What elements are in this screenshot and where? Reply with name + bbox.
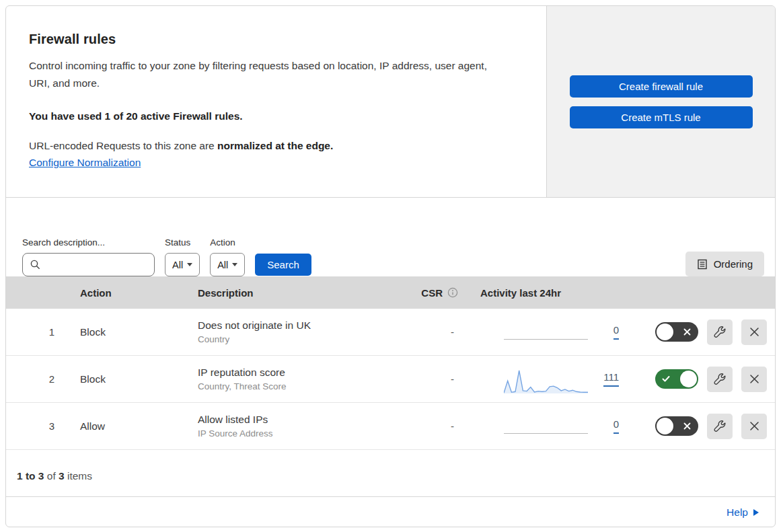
rule-enabled-toggle[interactable] xyxy=(655,416,698,436)
search-wrap xyxy=(22,253,155,276)
filter-controls: Search description... Status All Action … xyxy=(22,237,311,276)
table-row: 2 Block IP reputation score Country, Thr… xyxy=(6,356,775,403)
items-text: items xyxy=(67,470,92,482)
close-icon xyxy=(749,420,760,432)
rule-description-cell: Does not originate in UK Country xyxy=(191,319,389,344)
rule-enabled-toggle[interactable] xyxy=(655,322,698,342)
wrench-icon xyxy=(714,373,726,385)
status-label: Status xyxy=(165,237,200,248)
toggle-knob xyxy=(657,418,673,434)
close-icon xyxy=(749,326,760,338)
delete-rule-button[interactable] xyxy=(741,319,767,345)
toggle-knob xyxy=(657,324,673,340)
search-description-input[interactable] xyxy=(22,253,155,276)
rule-activity-cell: 0 xyxy=(463,309,622,355)
search-label: Search description... xyxy=(22,237,155,248)
normalization-text: URL-encoded Requests to this zone are xyxy=(29,140,217,151)
edit-rule-button[interactable] xyxy=(707,319,733,345)
activity-sparkline xyxy=(504,339,588,340)
rule-action: Block xyxy=(73,373,191,385)
rule-controls xyxy=(622,319,775,345)
wrench-icon xyxy=(714,420,726,432)
normalization-bold: normalized at the edge. xyxy=(217,140,333,151)
arrow-right-icon xyxy=(753,509,759,516)
side-panel: Create firewall rule Create mTLS rule xyxy=(547,6,775,197)
action-filter-select[interactable]: All xyxy=(210,253,245,276)
delete-rule-button[interactable] xyxy=(741,414,767,439)
rule-description: IP reputation score xyxy=(198,367,389,379)
rule-priority: 2 xyxy=(6,373,73,385)
rule-action: Allow xyxy=(73,420,191,432)
configure-normalization-link[interactable]: Configure Normalization xyxy=(29,157,141,169)
total-text: 3 xyxy=(59,470,65,482)
wrench-icon xyxy=(714,326,726,338)
rule-enabled-toggle[interactable] xyxy=(655,369,698,389)
range-text: 1 to 3 xyxy=(17,470,44,482)
status-filter-value: All xyxy=(172,260,183,270)
rule-priority: 3 xyxy=(6,420,73,432)
help-link[interactable]: Help xyxy=(727,506,759,519)
filter-bar: Search description... Status All Action … xyxy=(6,198,775,276)
action-filter-value: All xyxy=(217,260,228,270)
activity-count-link[interactable]: 0 xyxy=(613,324,619,340)
activity-count-link[interactable]: 0 xyxy=(613,418,619,434)
column-header-action: Action xyxy=(73,287,191,299)
info-icon[interactable] xyxy=(447,287,458,298)
ordering-button-label: Ordering xyxy=(714,258,753,270)
search-button[interactable]: Search xyxy=(255,254,311,276)
edit-rule-button[interactable] xyxy=(707,367,733,392)
rule-csr-value: - xyxy=(389,326,463,338)
rule-match-fields: Country, Threat Score xyxy=(198,381,389,391)
status-filter-group: Status All xyxy=(165,237,200,276)
activity-sparkline xyxy=(504,433,588,434)
table-row: 3 Allow Allow listed IPs IP Source Addre… xyxy=(6,403,775,450)
rule-csr-value: - xyxy=(389,420,463,432)
rule-description-cell: Allow listed IPs IP Source Address xyxy=(191,414,389,439)
rule-match-fields: IP Source Address xyxy=(198,428,389,439)
of-text: of xyxy=(47,470,56,482)
activity-count-link[interactable]: 111 xyxy=(603,371,619,387)
column-header-activity: Activity last 24hr xyxy=(463,287,622,299)
rule-description: Allow listed IPs xyxy=(198,414,389,426)
ordering-list-icon xyxy=(697,259,708,270)
action-label: Action xyxy=(210,237,245,248)
search-field-group: Search description... xyxy=(22,237,155,276)
normalization-note: URL-encoded Requests to this zone are no… xyxy=(29,140,519,152)
status-filter-select[interactable]: All xyxy=(165,253,200,276)
toggle-x-icon xyxy=(683,328,692,336)
rule-csr-value: - xyxy=(389,373,463,385)
usage-note: You have used 1 of 20 active Firewall ru… xyxy=(29,110,519,122)
table-row: 1 Block Does not originate in UK Country… xyxy=(6,309,775,356)
column-header-description: Description xyxy=(191,287,389,299)
toggle-knob xyxy=(680,371,697,387)
ordering-button[interactable]: Ordering xyxy=(685,252,764,276)
column-header-csr: CSR xyxy=(389,287,463,299)
csr-header-label: CSR xyxy=(421,287,443,299)
create-firewall-rule-button[interactable]: Create firewall rule xyxy=(570,75,753,98)
page-description: Control incoming traffic to your zone by… xyxy=(29,57,500,92)
rule-action: Block xyxy=(73,326,191,338)
rule-controls xyxy=(622,414,775,439)
toggle-check-icon xyxy=(661,375,671,383)
chevron-down-icon xyxy=(187,263,192,266)
chevron-down-icon xyxy=(232,263,237,266)
rule-activity-cell: 0 xyxy=(463,403,622,449)
help-label: Help xyxy=(727,506,748,519)
rule-controls xyxy=(622,367,775,392)
table-header: Action Description CSR Activity last 24h… xyxy=(6,276,775,309)
toggle-x-icon xyxy=(683,422,692,430)
pagination-summary: 1 to 3 of 3 items xyxy=(6,450,775,497)
rule-priority: 1 xyxy=(6,326,73,338)
delete-rule-button[interactable] xyxy=(741,367,767,392)
rule-activity-cell: 111 xyxy=(463,356,622,402)
header-section: Firewall rules Control incoming traffic … xyxy=(6,6,775,198)
activity-sparkline xyxy=(504,368,588,395)
action-filter-group: Action All xyxy=(210,237,245,276)
page-title: Firewall rules xyxy=(29,32,519,47)
search-icon xyxy=(30,259,41,270)
edit-rule-button[interactable] xyxy=(707,414,733,439)
header-text-block: Firewall rules Control incoming traffic … xyxy=(6,6,547,197)
create-mtls-rule-button[interactable]: Create mTLS rule xyxy=(570,106,753,128)
rule-description: Does not originate in UK xyxy=(198,319,389,332)
help-strip: Help xyxy=(6,497,775,527)
